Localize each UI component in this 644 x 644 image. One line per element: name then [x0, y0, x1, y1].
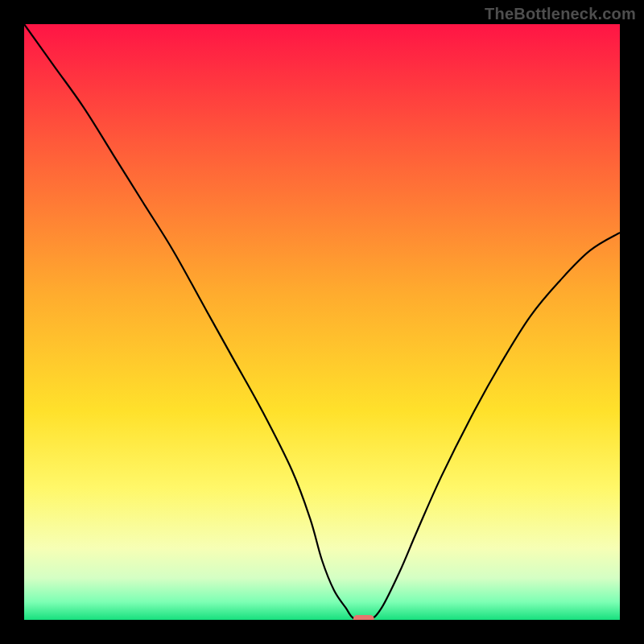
- plot-area: [24, 24, 620, 620]
- watermark-text: TheBottleneck.com: [485, 5, 636, 23]
- chart-frame: TheBottleneck.com: [0, 0, 644, 644]
- chart-background: [24, 24, 620, 620]
- chart-svg: [24, 24, 620, 620]
- optimal-marker: [353, 615, 374, 620]
